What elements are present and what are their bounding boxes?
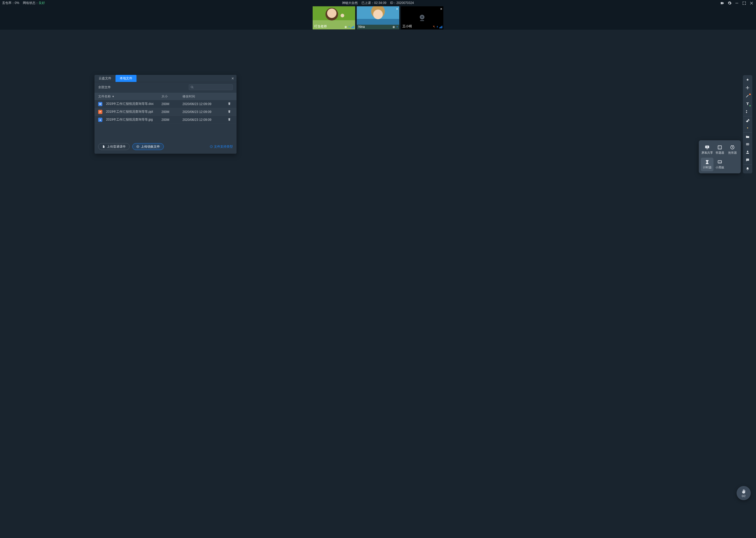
file-date: 2020/06/23 12:09:09 [182, 102, 225, 106]
search-icon [191, 86, 194, 89]
tile-close-icon[interactable]: × [440, 7, 442, 11]
hourglass-icon [704, 159, 710, 165]
tool-bell[interactable] [743, 164, 752, 172]
status-bar: 丢包率：0% 网络状态：良好 神秘大自然 已上课：02:34:09 ID：202… [0, 0, 756, 6]
tool-move[interactable] [743, 84, 752, 92]
tool-eraser[interactable] [743, 116, 752, 124]
right-toolbar [743, 75, 752, 173]
svg-text:A: A [719, 146, 720, 147]
play-circle-icon [136, 145, 139, 148]
file-row[interactable]: P 2019年工作汇报情况查询等等.ppt 200M 2020/06/23 12… [95, 108, 237, 116]
trash-icon [228, 102, 231, 105]
file-list: W 2019年工作汇报情况查询等等.doc 200M 2020/06/23 12… [95, 100, 237, 124]
webcam-off-icon [417, 13, 427, 23]
screen-share-icon [704, 145, 710, 150]
file-date: 2020/06/23 12:09:09 [182, 110, 225, 114]
tool-pen[interactable] [743, 92, 752, 100]
volume-bars-icon [440, 26, 442, 28]
svg-point-20 [747, 159, 748, 160]
svg-text:B: B [719, 148, 720, 149]
tool-dot[interactable] [743, 124, 752, 132]
col-size[interactable]: 大小 [162, 94, 182, 99]
video-strip: 叮当老师 × Nina × 王小明 [0, 6, 756, 30]
tile-indicators [433, 25, 442, 28]
svg-point-21 [748, 159, 748, 160]
tool-person[interactable] [743, 148, 752, 156]
buzz-icon [730, 145, 735, 150]
tab-local-files[interactable]: 本地文件 [116, 75, 136, 82]
hand-icon [741, 489, 746, 494]
tool-buzz[interactable]: 抢答器 [726, 143, 739, 157]
file-size: 200M [162, 118, 182, 122]
participant-tile[interactable]: 叮当老师 [313, 6, 355, 29]
raise-hand-fab[interactable]: 0/2 [736, 486, 751, 500]
answer-icon: A✓B✗ [717, 145, 723, 150]
mic-on-icon [396, 25, 398, 28]
room-title: 神秘大自然 [342, 1, 358, 5]
camera-on-icon [393, 26, 395, 28]
svg-rect-14 [746, 143, 747, 144]
svg-rect-15 [748, 143, 749, 144]
col-name[interactable]: 文件名称 [98, 94, 111, 99]
delete-file-button[interactable] [225, 110, 233, 114]
delete-file-button[interactable] [225, 118, 233, 122]
file-row[interactable]: W 2019年工作汇报情况查询等等.doc 200M 2020/06/23 12… [95, 100, 237, 108]
participant-name: 叮当老师 [314, 24, 327, 28]
upload-motion-button[interactable]: 上传动效文件 [132, 143, 164, 150]
search-field[interactable] [195, 86, 231, 89]
minimize-button[interactable] [734, 1, 739, 6]
file-name: 2019年工作汇报情况查询等等.ppt [106, 110, 153, 114]
file-name: 2019年工作汇报情况查询等等.jpg [106, 117, 153, 122]
tool-blackboard[interactable]: 2+3 小黑板 [714, 158, 726, 171]
tool-apps[interactable] [743, 140, 752, 148]
svg-point-1 [345, 27, 346, 27]
svg-point-12 [747, 128, 748, 129]
svg-point-11 [746, 112, 747, 113]
tile-indicators [344, 25, 354, 28]
sort-desc-icon[interactable]: ▾ [112, 94, 114, 98]
file-size: 200M [162, 110, 182, 114]
upload-normal-button[interactable]: 上传普通课件 [98, 143, 130, 150]
search-input[interactable] [189, 84, 233, 90]
col-date[interactable]: 修改时间 [182, 94, 225, 99]
tool-screen-share[interactable]: 屏幕共享 [701, 143, 714, 157]
tool-scissors[interactable] [743, 108, 752, 116]
tool-chat[interactable] [743, 156, 752, 164]
participant-tile[interactable]: × Nina [357, 6, 399, 29]
room-id-value: 2020070324 [397, 1, 414, 5]
tab-cloud-files[interactable]: 云盘文件 [95, 75, 116, 82]
tool-pointer[interactable] [743, 76, 752, 84]
room-id-label: ID： [390, 1, 397, 5]
tile-close-icon[interactable]: × [396, 7, 398, 11]
elapsed-label: 已上课： [361, 1, 374, 5]
svg-point-10 [746, 110, 747, 111]
svg-rect-7 [420, 20, 424, 21]
svg-point-3 [393, 27, 394, 27]
camera-icon[interactable] [720, 1, 725, 6]
svg-text:✗: ✗ [720, 148, 721, 149]
file-date: 2020/06/23 12:09:09 [182, 118, 225, 122]
tool-answer[interactable]: A✓B✗ 答题器 [714, 143, 726, 157]
network-label: 网络状态： [23, 1, 39, 5]
filter-all-files[interactable]: 全部文件 [98, 85, 111, 89]
participant-name: 王小明 [402, 24, 412, 28]
raise-hand-count: 0/2 [742, 495, 745, 498]
mic-icon [436, 25, 438, 28]
maximize-button[interactable] [742, 1, 746, 6]
participant-name: Nina [358, 25, 365, 28]
dialog-close-icon[interactable]: × [231, 76, 234, 81]
file-dialog: 云盘文件 本地文件 × 全部文件 文件名称 ▾ 大小 修改时间 W 2019年工… [95, 75, 237, 154]
supported-types-link[interactable]: 文件支持类型 [210, 144, 233, 149]
settings-icon[interactable] [727, 1, 732, 6]
tool-text[interactable] [743, 100, 752, 108]
camera-on-icon [344, 26, 347, 28]
svg-rect-16 [746, 144, 747, 145]
tool-folder[interactable] [743, 133, 752, 140]
delete-file-button[interactable] [225, 102, 233, 106]
close-button[interactable] [749, 1, 754, 6]
participant-tile[interactable]: × 王小明 [401, 6, 443, 29]
svg-point-18 [747, 151, 748, 152]
tool-timer[interactable]: 计时器 [701, 158, 714, 171]
file-row[interactable]: ▲ 2019年工作汇报情况查询等等.jpg 200M 2020/06/23 12… [95, 116, 237, 124]
volume-bars-icon [351, 26, 354, 28]
